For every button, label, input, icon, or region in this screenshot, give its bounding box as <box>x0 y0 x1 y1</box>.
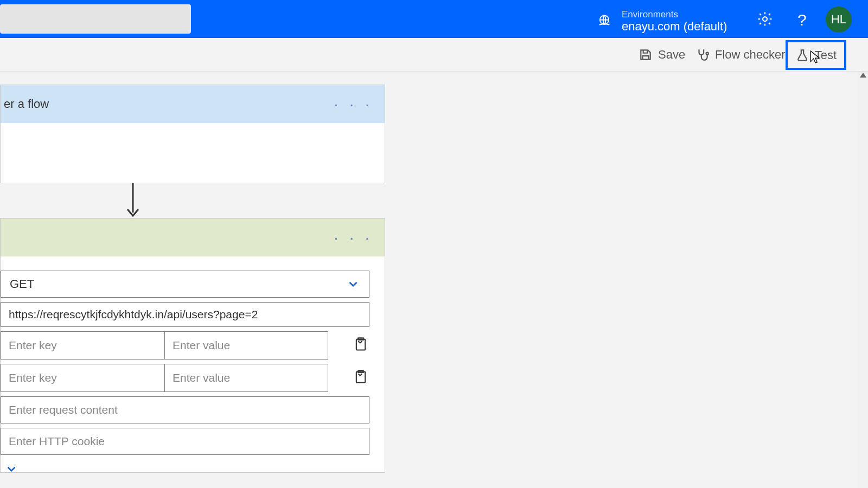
stethoscope-icon <box>695 48 710 62</box>
search-input[interactable] <box>0 4 191 34</box>
test-button[interactable]: Test <box>786 40 846 70</box>
delete-row-icon[interactable] <box>353 337 368 352</box>
env-name: enayu.com (default) <box>622 20 727 33</box>
flow-canvas: er a flow · · · · · · GET <box>0 72 860 488</box>
body-input[interactable] <box>1 396 369 423</box>
action-header[interactable]: · · · <box>1 219 385 256</box>
header-key-input[interactable] <box>1 364 164 392</box>
more-icon[interactable]: · · · <box>334 228 373 247</box>
app-header: Environments enayu.com (default) ? HL <box>0 0 868 38</box>
scroll-up-icon[interactable] <box>860 73 866 78</box>
delete-row-icon[interactable] <box>353 369 368 384</box>
flask-icon <box>795 48 809 62</box>
flow-checker-button[interactable]: Flow checker <box>689 42 792 67</box>
expand-chevron-icon[interactable] <box>4 462 18 476</box>
trigger-title: er a flow <box>4 97 49 111</box>
cookie-input[interactable] <box>1 428 369 455</box>
header-value-input[interactable] <box>164 364 328 392</box>
header-value-input[interactable] <box>164 331 328 359</box>
globe-icon <box>597 14 612 29</box>
svg-rect-3 <box>356 339 365 350</box>
vertical-scrollbar[interactable] <box>858 72 868 488</box>
gear-icon[interactable] <box>757 11 773 27</box>
avatar[interactable]: HL <box>826 7 852 33</box>
connector-arrow <box>125 183 141 221</box>
svg-point-1 <box>763 17 767 21</box>
method-select[interactable]: GET <box>1 271 369 298</box>
method-value: GET <box>10 277 34 291</box>
svg-rect-5 <box>356 372 365 383</box>
trigger-card[interactable]: er a flow · · · <box>0 85 385 183</box>
http-action-card[interactable]: · · · GET <box>0 218 385 473</box>
help-icon[interactable]: ? <box>797 11 807 29</box>
save-button[interactable]: Save <box>632 42 692 67</box>
more-icon[interactable]: · · · <box>334 95 373 113</box>
chevron-down-icon <box>346 277 360 291</box>
action-body: GET <box>1 256 385 472</box>
url-input[interactable] <box>1 302 369 327</box>
header-row-0 <box>1 331 369 359</box>
save-icon <box>639 48 653 62</box>
environment-picker[interactable]: Environments enayu.com (default) <box>597 10 727 33</box>
test-label: Test <box>815 48 837 62</box>
flow-checker-label: Flow checker <box>715 48 786 62</box>
trigger-header[interactable]: er a flow · · · <box>1 85 385 123</box>
save-label: Save <box>658 48 685 62</box>
action-toolbar: Save Flow checker Test <box>0 38 868 72</box>
header-row-1 <box>1 364 369 392</box>
svg-point-2 <box>706 53 709 55</box>
env-label: Environments <box>622 10 727 20</box>
header-key-input[interactable] <box>1 331 164 359</box>
